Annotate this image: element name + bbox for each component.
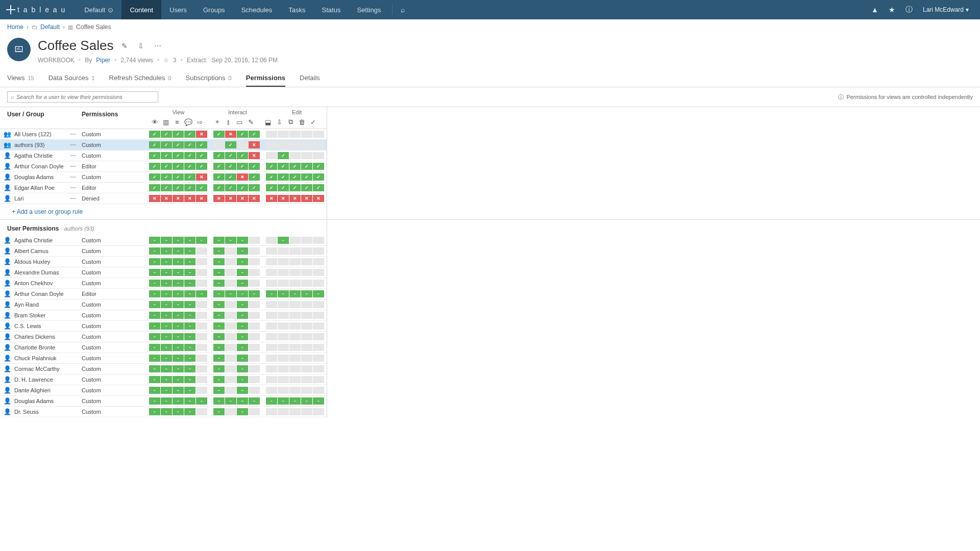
capability-cell[interactable] (149, 173, 160, 181)
capability-cell[interactable]: ▪ (249, 397, 260, 405)
capability-cell[interactable] (249, 312, 260, 319)
capability-cell[interactable]: ▪ (184, 397, 195, 405)
capability-cell[interactable]: ▪ (237, 365, 248, 372)
capability-cell[interactable] (161, 195, 172, 202)
capability-cell[interactable] (196, 301, 207, 308)
capability-cell[interactable] (289, 152, 301, 159)
capability-cell[interactable] (289, 184, 301, 191)
user-permission-row[interactable]: 👤Charlotte BronteCustom▪▪▪▪▪▪ (0, 342, 327, 353)
capability-cell[interactable]: ▪ (173, 355, 184, 362)
capability-cell[interactable] (301, 184, 312, 191)
permission-rule-row[interactable]: 👥All Users (122)⋯Custom (0, 129, 327, 140)
capability-cell[interactable] (278, 269, 289, 276)
capability-cell[interactable]: ▪ (184, 247, 195, 255)
capability-cell[interactable] (313, 333, 324, 340)
capability-cell[interactable]: ▪ (313, 290, 324, 297)
edit-icon[interactable]: ✎ (119, 40, 130, 52)
capability-cell[interactable]: ▪ (149, 290, 160, 297)
capability-cell[interactable] (161, 152, 172, 159)
capability-cell[interactable]: ▪ (237, 237, 248, 244)
capability-cell[interactable]: ▪ (237, 376, 248, 383)
capability-cell[interactable] (301, 247, 312, 255)
capability-cell[interactable] (301, 237, 312, 244)
capability-cell[interactable]: ▪ (213, 247, 225, 255)
capability-cell[interactable] (184, 141, 195, 148)
user-permission-row[interactable]: 👤Ayn RandCustom▪▪▪▪▪▪ (0, 299, 327, 310)
capability-cell[interactable] (266, 195, 277, 202)
capability-cell[interactable] (278, 322, 289, 330)
capability-cell[interactable] (213, 184, 225, 191)
tab-refresh-schedules[interactable]: Refresh Schedules0 (109, 69, 172, 87)
capability-cell[interactable] (289, 344, 301, 351)
capability-cell[interactable] (196, 131, 207, 138)
capability-cell[interactable]: ▪ (184, 376, 195, 383)
capability-cell[interactable] (278, 280, 289, 287)
capability-cell[interactable] (301, 152, 312, 159)
capability-cell[interactable] (173, 131, 184, 138)
capability-cell[interactable]: ▪ (184, 301, 195, 308)
user-permission-row[interactable]: 👤Charles DickensCustom▪▪▪▪▪▪ (0, 332, 327, 342)
capability-cell[interactable] (278, 312, 289, 319)
capability-cell[interactable] (313, 247, 324, 255)
capability-cell[interactable]: ▪ (161, 365, 172, 372)
capability-cell[interactable]: ▪ (301, 290, 312, 297)
capability-cell[interactable]: ▪ (173, 322, 184, 330)
capability-cell[interactable] (266, 376, 277, 383)
capability-cell[interactable] (237, 163, 248, 170)
capability-cell[interactable]: ▪ (173, 376, 184, 383)
capability-cell[interactable]: ▪ (213, 269, 225, 276)
capability-cell[interactable]: ▪ (196, 290, 207, 297)
capability-cell[interactable] (249, 237, 260, 244)
permissions-search[interactable]: ⌕ (7, 91, 158, 103)
capability-cell[interactable]: ▪ (149, 237, 160, 244)
capability-cell[interactable]: ▪ (213, 376, 225, 383)
capability-cell[interactable] (249, 184, 260, 191)
search-icon[interactable]: ⌕ (396, 6, 410, 14)
rule-menu-icon[interactable]: ⋯ (68, 195, 78, 202)
capability-cell[interactable]: ▪ (161, 247, 172, 255)
capability-cell[interactable] (149, 184, 160, 191)
capability-cell[interactable] (301, 376, 312, 383)
tableau-logo[interactable]: t a b l e a u (6, 5, 66, 14)
capability-cell[interactable] (249, 408, 260, 415)
capability-cell[interactable] (213, 163, 225, 170)
capability-cell[interactable] (161, 184, 172, 191)
capability-cell[interactable]: ▪ (173, 290, 184, 297)
capability-cell[interactable]: ▪ (184, 333, 195, 340)
capability-cell[interactable] (225, 163, 236, 170)
capability-cell[interactable]: ▪ (237, 280, 248, 287)
capability-cell[interactable] (278, 387, 289, 394)
capability-cell[interactable] (266, 237, 277, 244)
capability-cell[interactable]: ▪ (278, 237, 289, 244)
capability-cell[interactable] (313, 355, 324, 362)
capability-cell[interactable] (289, 237, 301, 244)
capability-cell[interactable] (301, 173, 312, 181)
capability-cell[interactable] (278, 365, 289, 372)
capability-cell[interactable]: ▪ (149, 333, 160, 340)
capability-cell[interactable] (278, 195, 289, 202)
capability-cell[interactable] (161, 131, 172, 138)
capability-cell[interactable]: ▪ (173, 247, 184, 255)
capability-cell[interactable] (184, 173, 195, 181)
capability-cell[interactable]: ▪ (196, 237, 207, 244)
capability-cell[interactable] (184, 131, 195, 138)
capability-cell[interactable]: ▪ (266, 290, 277, 297)
capability-cell[interactable] (289, 333, 301, 340)
permission-rule-row[interactable]: 👤Lari⋯Denied (0, 193, 327, 204)
capability-cell[interactable]: ▪ (289, 290, 301, 297)
capability-cell[interactable] (225, 269, 236, 276)
capability-cell[interactable] (149, 163, 160, 170)
capability-cell[interactable] (313, 141, 324, 148)
capability-cell[interactable] (289, 195, 301, 202)
capability-cell[interactable] (196, 312, 207, 319)
user-permission-row[interactable]: 👤D. H. LawrenceCustom▪▪▪▪▪▪ (0, 374, 327, 385)
capability-cell[interactable] (149, 195, 160, 202)
capability-cell[interactable]: ▪ (301, 397, 312, 405)
capability-cell[interactable] (173, 184, 184, 191)
capability-cell[interactable] (149, 141, 160, 148)
capability-cell[interactable] (301, 269, 312, 276)
capability-cell[interactable]: ▪ (149, 312, 160, 319)
nav-item-schedules[interactable]: Schedules (233, 0, 281, 19)
rule-permission-label[interactable]: Custom (78, 142, 149, 148)
capability-cell[interactable] (289, 269, 301, 276)
